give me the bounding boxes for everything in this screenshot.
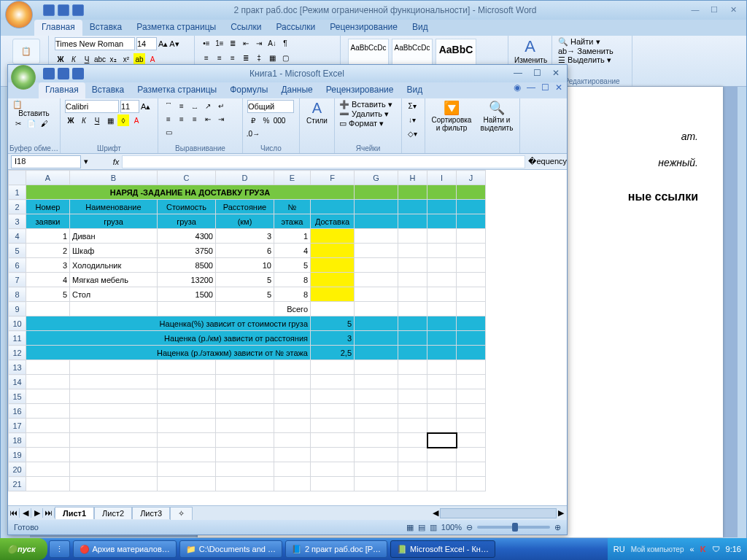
minimize-button[interactable]: — [686,4,704,16]
font-color-icon[interactable]: A [131,114,142,126]
excel-grid[interactable]: ABCDEFGHIJ1НАРЯД -ЗАДАНИЕ НА ДОСТАВКУ ГР… [8,170,567,505]
task-explorer[interactable]: 📁 C:\Documents and … [179,540,282,558]
find-button[interactable]: 🔍 Найти ▾ [558,37,626,47]
hscroll-left[interactable]: ◀ [433,508,438,518]
redo-icon[interactable] [72,68,84,79]
autosum-icon[interactable]: Σ▾ [406,100,418,112]
bold-icon[interactable]: Ж [55,53,66,65]
comma-icon[interactable]: 000 [274,114,285,126]
tab-home[interactable]: Главная [39,82,85,98]
sort-icon[interactable]: A↓ [266,37,278,49]
tab-formulas[interactable]: Формулы [223,82,274,98]
row-header-16[interactable]: 16 [9,404,26,419]
col-header-A[interactable]: A [26,171,70,185]
view-layout-icon[interactable]: ▤ [418,523,425,532]
font-color-icon[interactable]: A [147,53,158,65]
tray-icon[interactable]: « [690,545,694,553]
tab-layout[interactable]: Разметка страницы [131,82,223,98]
font-size-box[interactable] [136,37,157,50]
underline-icon[interactable]: Ч [81,53,93,65]
row-header-1[interactable]: 1 [9,185,26,200]
copy-icon[interactable]: 📄 [26,117,37,129]
zoom-slider[interactable] [477,526,550,529]
grow-font-icon[interactable]: A▴ [158,39,168,49]
row-header-8[interactable]: 8 [9,287,26,302]
row-header-13[interactable]: 13 [9,360,26,375]
row-header-2[interactable]: 2 [9,200,26,214]
tab-review[interactable]: Рецензирование [322,20,405,36]
align-left-icon[interactable]: ≡ [201,52,212,63]
multilevel-icon[interactable]: ≣ [227,37,239,49]
kaspersky-icon[interactable]: K [700,545,706,553]
close-button[interactable]: ✕ [548,69,564,79]
tab-home[interactable]: Главная [34,20,82,36]
zoom-in-icon[interactable]: ⊕ [554,523,561,532]
col-header-D[interactable]: D [216,171,274,185]
row-header-5[interactable]: 5 [9,244,26,258]
currency-icon[interactable]: ₽ [247,114,259,126]
shrink-font-icon[interactable]: A▾ [169,39,179,49]
tab-layout[interactable]: Разметка страницы [129,20,223,36]
align-center-icon[interactable]: ≡ [214,52,225,63]
subscript-icon[interactable]: x₂ [107,53,119,65]
italic-icon[interactable]: К [78,114,90,126]
zoom-label[interactable]: 100% [441,523,462,532]
row-header-21[interactable]: 21 [9,477,26,491]
select-button[interactable]: ☰ Выделить ▾ [558,55,626,65]
bullets-icon[interactable]: •≡ [201,37,212,49]
indent-dec-icon[interactable]: ⇤ [240,37,252,49]
word-quick-access[interactable] [43,4,84,16]
clock[interactable]: 9:16 [726,545,741,553]
superscript-icon[interactable]: x² [120,53,132,65]
replace-button[interactable]: ab→ Заменить [558,47,626,55]
col-header-H[interactable]: H [398,171,427,185]
row-header-15[interactable]: 15 [9,389,26,404]
word-office-button[interactable] [5,1,33,28]
delete-cells-button[interactable]: ➖ Удалить ▾ [339,109,397,119]
format-cells-button[interactable]: ▭ Формат ▾ [339,119,397,128]
col-header-C[interactable]: C [158,171,216,185]
lang-indicator[interactable]: RU [614,545,625,553]
redo-icon[interactable] [72,4,84,16]
row-header-10[interactable]: 10 [9,316,26,331]
format-painter-icon[interactable]: 🖌 [39,117,50,129]
col-header-I[interactable]: I [427,171,457,185]
sheet-nav-last[interactable]: ⏭ [43,508,55,518]
borders-icon[interactable]: ▦ [104,114,116,126]
row-header-9[interactable]: 9 [9,302,26,316]
quicklaunch[interactable]: ⋮ [49,540,70,558]
numbering-icon[interactable]: 1≡ [214,37,225,49]
save-icon[interactable] [43,4,55,16]
italic-icon[interactable]: К [68,53,80,65]
name-box[interactable]: I18 [11,155,81,168]
inc-decimal-icon[interactable]: .0→ [247,128,259,139]
col-header-E[interactable]: E [274,171,311,185]
fill-color-icon[interactable]: ◊ [117,114,129,126]
task-opera[interactable]: 🔴 Архив материалов… [73,540,177,558]
tab-references[interactable]: Ссылки [223,20,268,36]
undo-icon[interactable] [58,68,69,79]
maximize-button[interactable]: ☐ [705,4,723,16]
volume-icon[interactable]: 🛡 [712,545,720,553]
tab-review[interactable]: Рецензирование [320,82,400,98]
row-header-18[interactable]: 18 [9,433,26,448]
indent-inc-icon[interactable]: ⇥ [253,37,265,49]
styles-button[interactable]: Стили [304,117,330,125]
tab-view[interactable]: Вид [405,20,436,36]
strike-icon[interactable]: abc [94,53,106,65]
view-break-icon[interactable]: ▥ [430,523,437,532]
paste-button[interactable]: 📋 [12,39,40,64]
view-normal-icon[interactable]: ▦ [406,523,414,532]
zoom-out-icon[interactable]: ⊖ [466,523,473,532]
tab-data[interactable]: Данные [274,82,319,98]
row-header-14[interactable]: 14 [9,375,26,389]
sheet-tab-new[interactable]: ✧ [170,507,193,520]
expand-formula-icon[interactable]: �equency [528,157,567,166]
paste-button[interactable]: 📋 [12,100,55,109]
row-header-11[interactable]: 11 [9,331,26,346]
indent-dec-icon[interactable]: ⇤ [202,113,214,125]
shading-icon[interactable]: ▦ [266,52,278,63]
font-name-box[interactable] [55,37,135,50]
percent-icon[interactable]: % [260,114,272,126]
justify-icon[interactable]: ≣ [240,52,252,63]
